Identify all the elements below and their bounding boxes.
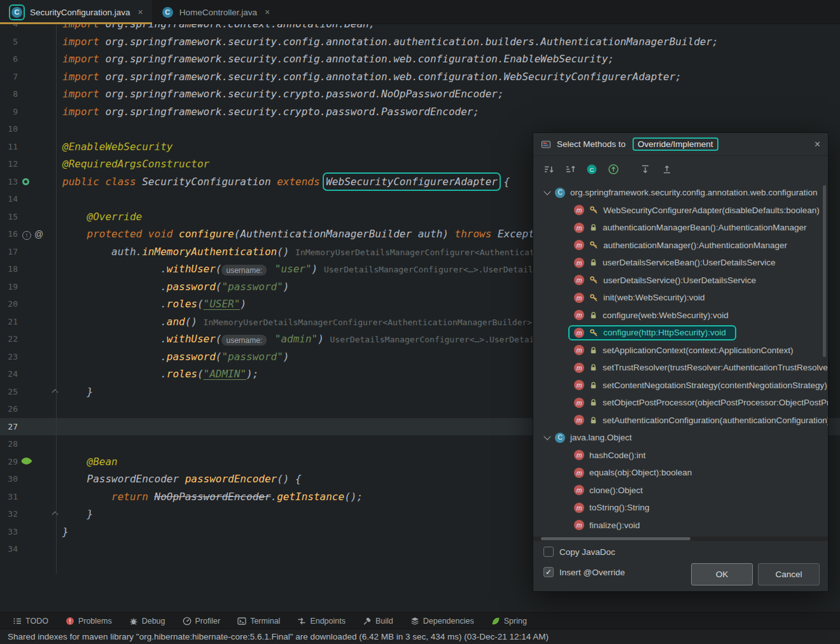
close-tab-icon[interactable]: ×	[138, 7, 143, 17]
method-icon: m	[574, 485, 584, 495]
override-icon[interactable]: ↑	[22, 225, 31, 243]
tree-method-row[interactable]: msetApplicationContext(context:Applicati…	[533, 342, 828, 360]
tree-method-row[interactable]: msetContentNegotationStrategy(contentNeg…	[533, 377, 828, 395]
tree-method-row[interactable]: msetAuthenticationConfiguration(authenti…	[533, 412, 828, 430]
tree-method-row[interactable]: mauthenticationManager():AuthenticationM…	[533, 237, 828, 255]
gutter	[18, 278, 60, 296]
code-text: import org.springframework.security.conf…	[62, 36, 718, 48]
tool-window-button-endpoints[interactable]: Endpoints	[297, 617, 346, 626]
tree-method-row[interactable]: mfinalize():void	[533, 517, 828, 535]
tool-window-button-terminal[interactable]: Terminal	[237, 617, 280, 626]
tree-method-row[interactable]: mhashCode():int	[533, 447, 828, 465]
ok-button[interactable]: OK	[691, 563, 753, 585]
close-icon[interactable]: ×	[815, 139, 820, 150]
tab-label: HomeController.java	[179, 8, 257, 17]
code-line-9[interactable]: 9import org.springframework.security.cry…	[0, 103, 840, 121]
class-icon: C	[555, 188, 565, 198]
line-number: 8	[0, 89, 18, 99]
copy-javadoc-checkbox[interactable]	[543, 547, 554, 557]
gutter	[18, 418, 60, 436]
lock-icon	[589, 398, 598, 407]
tool-window-button-dependencies[interactable]: Dependencies	[410, 617, 474, 626]
chevron-down-icon[interactable]	[543, 188, 550, 195]
code-line-8[interactable]: 8import org.springframework.security.cry…	[0, 85, 840, 103]
dialog-toolbar: C	[533, 156, 828, 183]
vertical-scrollbar[interactable]	[823, 185, 826, 357]
tree-method-row[interactable]: muserDetailsServiceBean():UserDetailsSer…	[533, 254, 828, 272]
code-text: .withUser(username: "admin") UserDetails…	[62, 333, 579, 345]
editor-tab-2[interactable]: CHomeController.java×	[152, 0, 279, 24]
tree-item-label: authenticationManager():AuthenticationMa…	[603, 241, 787, 250]
gutter	[18, 120, 60, 138]
tool-window-button-todo[interactable]: TODO	[13, 617, 48, 626]
dialog-icon	[541, 139, 551, 150]
annotation-icon[interactable]: @	[34, 225, 43, 244]
tree-method-row[interactable]: minit(web:WebSecurity):void	[533, 289, 828, 307]
tree-item-label: init(web:WebSecurity):void	[603, 293, 705, 302]
method-icon: m	[574, 520, 584, 530]
gutter	[18, 470, 60, 488]
tree-method-row[interactable]: msetObjectPostProcessor(objectPostProces…	[533, 394, 828, 412]
status-message: Shared indexes for maven library "org.hi…	[8, 632, 549, 641]
code-text: protected void configure(AuthenticationM…	[62, 228, 565, 240]
code-text: .roles("ADMIN");	[62, 368, 258, 380]
method-icon: m	[574, 205, 584, 215]
sort-visibility-icon[interactable]	[564, 163, 577, 176]
tree-method-row[interactable]: mclone():Object	[533, 482, 828, 500]
tree-method-row[interactable]: mequals(obj:Object):boolean	[533, 464, 828, 482]
code-line-7[interactable]: 7import org.springframework.security.con…	[0, 68, 840, 86]
tree-method-row[interactable]: mtoString():String	[533, 499, 828, 517]
cancel-button[interactable]: Cancel	[758, 563, 820, 585]
close-tab-icon[interactable]: ×	[265, 7, 270, 17]
line-number: 22	[0, 334, 18, 344]
collapse-all-icon[interactable]	[661, 163, 673, 176]
method-icon: m	[574, 450, 584, 460]
tool-window-button-build[interactable]: Build	[363, 617, 393, 626]
build-icon	[363, 617, 372, 626]
tool-window-button-debug[interactable]: Debug	[129, 617, 165, 626]
code-text: @Bean	[62, 456, 118, 468]
tool-window-button-spring[interactable]: Spring	[491, 617, 527, 626]
lock-icon	[589, 258, 598, 267]
method-icon: m	[574, 380, 584, 390]
tree-method-row[interactable]: mWebSecurityConfigurerAdapter(disableDef…	[533, 202, 828, 220]
tool-window-label: Problems	[78, 617, 112, 626]
code-text: return NoOpPasswordEncoder.getInstance()…	[62, 491, 363, 503]
tree-method-row[interactable]: msetTrustResolver(trustResolver:Authenti…	[533, 359, 828, 377]
code-line-5[interactable]: 5import org.springframework.security.con…	[0, 33, 840, 51]
line-number: 15	[0, 212, 18, 221]
tree-item-label: org.springframework.security.config.anno…	[570, 188, 817, 197]
key-icon	[589, 241, 598, 249]
method-icon: m	[574, 293, 584, 303]
expand-all-icon[interactable]	[639, 163, 652, 176]
line-number: 12	[0, 159, 18, 169]
line-number: 6	[0, 54, 18, 64]
todo-icon	[13, 617, 22, 626]
tree-method-row[interactable]: mconfigure(web:WebSecurity):void	[533, 307, 828, 325]
lock-icon	[589, 381, 598, 389]
key-icon	[589, 293, 598, 302]
horizontal-scrollbar[interactable]	[533, 536, 828, 541]
show-inherited-icon[interactable]	[607, 163, 620, 176]
dialog-title-highlight: Override/Implement	[633, 137, 718, 151]
tree-method-row[interactable]: muserDetailsService():UserDetailsService	[533, 272, 828, 290]
tool-window-button-problems[interactable]: Problems	[66, 617, 112, 626]
tree-group-row[interactable]: Corg.springframework.security.config.ann…	[533, 184, 828, 202]
chevron-down-icon[interactable]	[543, 433, 550, 440]
lock-icon	[589, 346, 598, 354]
tree-group-row[interactable]: Cjava.lang.Object	[533, 429, 828, 447]
scrollbar-thumb[interactable]	[541, 537, 690, 540]
tool-window-button-profiler[interactable]: Profiler	[183, 617, 221, 626]
sort-alpha-icon[interactable]	[542, 163, 555, 176]
tree-method-row[interactable]: mconfigure(http:HttpSecurity):void	[533, 324, 828, 342]
code-line-4[interactable]: 4import org.springframework.context.anno…	[0, 24, 840, 33]
spring-bean-icon[interactable]	[22, 173, 29, 191]
spring-leaf-icon[interactable]	[22, 453, 31, 471]
editor-tab-1[interactable]: CSecurityConfiguration.java×	[0, 0, 152, 24]
lock-icon	[589, 223, 598, 232]
tree-method-row[interactable]: mauthenticationManagerBean():Authenticat…	[533, 219, 828, 237]
line-number: 19	[0, 282, 18, 291]
insert-override-checkbox[interactable]: ✓	[543, 567, 554, 577]
code-line-6[interactable]: 6import org.springframework.security.con…	[0, 50, 840, 68]
show-classes-icon[interactable]: C	[585, 163, 598, 176]
